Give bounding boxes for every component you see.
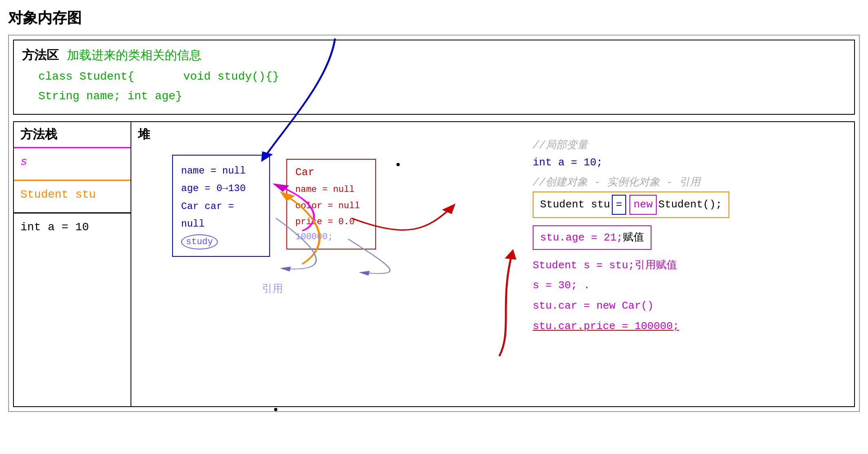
age-assign-text: stu.age = 21;	[540, 231, 623, 244]
method-area-code-class: class Student{	[38, 67, 134, 87]
method-area-title: 方法区	[22, 48, 59, 62]
code-s-assign: Student s = stu;引用赋值	[533, 257, 843, 274]
dot-1	[396, 163, 400, 166]
method-area: 方法区 加载进来的类相关的信息 class Student{ void stud…	[13, 40, 855, 115]
method-area-code-fields: String name; int age}	[38, 90, 182, 102]
page-title: 对象内存图	[8, 8, 860, 28]
method-stack-title: 方法栈	[14, 122, 131, 147]
eq-box: =	[612, 195, 627, 215]
code-stu-car: stu.car = new Car()	[533, 298, 843, 315]
assignment-orange-box: Student stu = new Student();	[533, 191, 729, 218]
age-assign-suffix: 赋值	[623, 231, 644, 243]
student-car-field: Car car = null	[181, 198, 261, 233]
method-area-subtitle: 加载进来的类相关的信息	[67, 48, 202, 62]
comment-create-obj: //创建对象 - 实例化对象 - 引用	[533, 175, 843, 189]
car-title: Car	[295, 166, 367, 178]
method-stack: 方法栈 s Student stu int a = 10	[13, 121, 131, 407]
stack-stu-label: Student stu	[20, 188, 96, 201]
code-student-new: Student stu = new Student();	[533, 191, 843, 222]
stack-stu-section: Student stu	[14, 180, 131, 212]
code-int-a: int a = 10;	[533, 154, 843, 171]
car-name-field: name = null	[295, 182, 367, 198]
student-stu-text: Student stu	[540, 196, 610, 214]
yinyong-label: 引用	[262, 281, 283, 296]
car-color-field: color = null	[295, 198, 367, 214]
student-name-field: name = null	[181, 162, 261, 180]
student-object-box: name = null age = 0→130 Car car = null s…	[172, 155, 270, 257]
code-panel: //局部变量 int a = 10; //创建对象 - 实例化对象 - 引用 S…	[520, 129, 855, 346]
method-area-code-void: void study(){}	[183, 67, 279, 87]
stack-s-section: s	[14, 147, 131, 180]
outer-box: 方法区 加载进来的类相关的信息 class Student{ void stud…	[8, 35, 860, 412]
stack-int-label: int a = 10	[20, 221, 89, 234]
car-price2-field: 100000;	[295, 232, 367, 242]
code-stu-car-price: stu.car.price = 100000;	[533, 318, 843, 335]
new-box: new	[629, 195, 657, 215]
student-study-circle: study	[181, 234, 218, 249]
student-constructor: Student();	[658, 196, 722, 214]
code-s-30: s = 30; .	[533, 277, 843, 294]
student-age-field: age = 0→130	[181, 180, 261, 197]
dot-2	[274, 408, 277, 411]
age-assign-box: stu.age = 21;赋值	[533, 225, 651, 250]
stack-int-section: int a = 10	[14, 212, 131, 245]
code-age-assign: stu.age = 21;赋值	[533, 225, 843, 253]
comment-local-var: //局部变量	[533, 138, 843, 152]
car-object-box: Car name = null color = null price = 0.0…	[286, 159, 376, 249]
car-price-field: price = 0.0	[295, 214, 367, 230]
stack-s-label: s	[20, 156, 27, 168]
